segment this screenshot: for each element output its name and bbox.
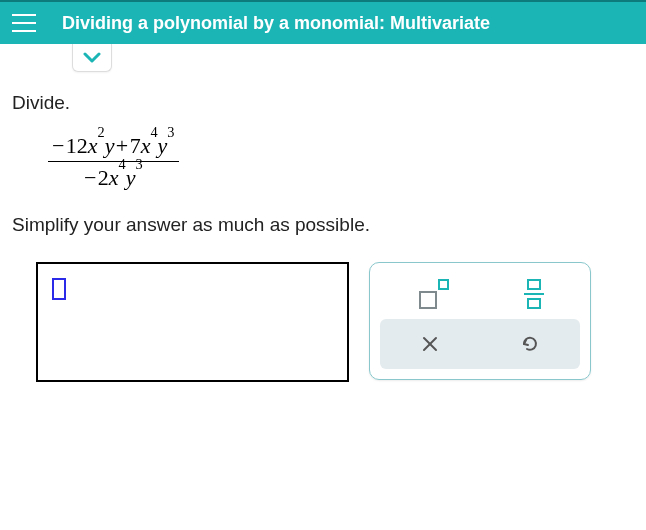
page-title: Dividing a polynomial by a monomial: Mul…: [62, 13, 490, 34]
clear-button[interactable]: [410, 329, 450, 359]
app-header: Dividing a polynomial by a monomial: Mul…: [0, 0, 646, 44]
undo-button[interactable]: [510, 329, 550, 359]
menu-icon[interactable]: [12, 14, 36, 32]
answer-input[interactable]: [36, 262, 349, 382]
answer-cursor: [52, 278, 66, 300]
fraction-tool[interactable]: [524, 279, 544, 309]
prompt-text: Divide.: [12, 92, 634, 114]
clear-icon: [421, 335, 439, 353]
undo-icon: [519, 333, 541, 355]
simplify-text: Simplify your answer as much as possible…: [12, 214, 634, 236]
content-area: Divide. − 12x2y + 7x4y3 − 2x4y3 Simplify…: [0, 44, 646, 382]
dropdown-toggle[interactable]: [72, 44, 112, 72]
math-expression: − 12x2y + 7x4y3 − 2x4y3: [12, 132, 634, 192]
tool-palette: [369, 262, 591, 380]
superscript-tool[interactable]: [417, 279, 451, 309]
chevron-down-icon: [83, 52, 101, 64]
